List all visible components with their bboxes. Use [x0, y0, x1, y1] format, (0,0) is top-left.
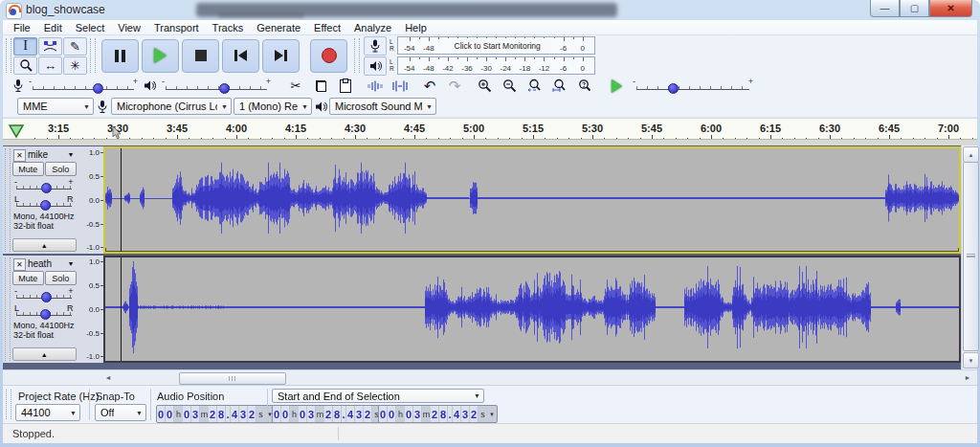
track-mike-menu[interactable]: mike ▼: [26, 149, 77, 160]
pause-button[interactable]: [101, 39, 139, 73]
redo-button[interactable]: ↷: [442, 76, 467, 96]
quick-play-button[interactable]: [7, 123, 26, 140]
trim-audio-button[interactable]: [363, 76, 388, 96]
playback-meter[interactable]: LR -54-48-42-36-30-24-18-12-60: [364, 56, 595, 75]
recording-volume-slider[interactable]: - +: [27, 78, 140, 94]
play-button[interactable]: [142, 39, 179, 73]
track-mike-waveform[interactable]: [105, 148, 959, 248]
track-mike-pan-slider[interactable]: L R: [14, 195, 74, 211]
zoom-in-button[interactable]: [472, 76, 497, 96]
skip-to-start-button[interactable]: [222, 39, 259, 73]
track-heath-mute-button[interactable]: Mute: [12, 271, 44, 285]
recording-device-dropdown[interactable]: Microphone (Cirrus Logic ▼: [111, 98, 232, 115]
track-heath-vertical-ruler[interactable]: 1.0 0.5 0.0 -0.5 -1.0: [78, 256, 103, 363]
track-heath-gain-slider[interactable]: - +: [14, 287, 74, 302]
menu-tracks[interactable]: Tracks: [206, 21, 251, 34]
zoom-tool-button[interactable]: [13, 56, 37, 75]
minimize-button[interactable]: —: [870, 0, 900, 17]
recording-meter[interactable]: LR -54-48-42-36-30-24-18-12-60Click to S…: [364, 36, 595, 55]
recording-channels-dropdown[interactable]: 1 (Mono) Recor ▼: [234, 98, 312, 115]
selection-toolbar-grip[interactable]: [6, 390, 11, 419]
selection-mode-dropdown[interactable]: Start and End of Selection ▼: [272, 389, 484, 403]
menu-help[interactable]: Help: [398, 21, 434, 34]
audio-host-dropdown[interactable]: MME ▼: [17, 98, 94, 115]
track-mike-gain-slider[interactable]: - +: [14, 178, 74, 193]
menu-effect[interactable]: Effect: [307, 21, 347, 34]
fit-project-button[interactable]: [546, 76, 571, 96]
scroll-down-button[interactable]: ▼: [963, 352, 979, 369]
play-speed-slider[interactable]: - +: [631, 78, 755, 94]
horizontal-scroll-thumb[interactable]: [179, 372, 286, 385]
timeline-ruler[interactable]: 3:153:303:454:004:154:304:455:005:155:30…: [3, 118, 977, 145]
vertical-scrollbar[interactable]: ▲ ▼: [961, 145, 977, 369]
track-heath-waveform[interactable]: [105, 257, 959, 357]
playback-volume-knob[interactable]: [219, 83, 230, 94]
track-mike-mute-button[interactable]: Mute: [12, 162, 44, 176]
playback-volume-slider[interactable]: - +: [160, 78, 273, 94]
track-mike-close-button[interactable]: ✕: [13, 149, 26, 162]
project-rate-dropdown[interactable]: 44100 ▼: [15, 404, 80, 421]
skip-to-end-button[interactable]: [262, 39, 300, 73]
snap-to-dropdown[interactable]: Off ▼: [95, 404, 146, 421]
scroll-up-button[interactable]: ▲: [963, 146, 979, 163]
record-button[interactable]: [310, 39, 347, 73]
paste-button[interactable]: [333, 76, 358, 96]
copy-button[interactable]: [308, 76, 333, 96]
cut-button[interactable]: ✂: [283, 76, 308, 96]
track-mike-solo-button[interactable]: Solo: [45, 162, 77, 176]
vertical-scroll-thumb[interactable]: [963, 162, 979, 351]
menu-generate[interactable]: Generate: [250, 21, 307, 34]
track-heath-collapse-button[interactable]: ▲: [12, 347, 77, 361]
selection-end-field[interactable]: 00h03m28.432s▾: [378, 405, 498, 423]
monitor-label[interactable]: Click to Start Monitoring: [440, 38, 555, 53]
zoom-toggle-button[interactable]: [571, 76, 596, 96]
audio-position-field[interactable]: 00h03m28.432s▾: [156, 405, 276, 423]
playback-meter-speaker-button[interactable]: [364, 56, 387, 76]
close-button[interactable]: ✕: [929, 0, 972, 17]
selection-tool-button[interactable]: I: [13, 37, 37, 56]
play-at-speed-button[interactable]: [607, 78, 626, 95]
stop-button[interactable]: [182, 39, 219, 73]
track-heath-close-button[interactable]: ✕: [13, 258, 26, 271]
recording-meter-mic-button[interactable]: [364, 36, 387, 56]
titlebar[interactable]: blog_showcase — ▢ ✕: [0, 0, 980, 20]
track-mike-gain-knob[interactable]: [41, 183, 52, 193]
recording-meter-scale[interactable]: -54-48-42-36-30-24-18-12-60Click to Star…: [397, 36, 595, 55]
track-heath-waveform-area[interactable]: [103, 256, 961, 363]
menu-select[interactable]: Select: [69, 21, 112, 34]
track-area[interactable]: ✕ mike ▼ Mute Solo - +: [3, 145, 977, 369]
envelope-tool-button[interactable]: [38, 37, 62, 56]
recording-volume-knob[interactable]: [93, 83, 103, 94]
track-mike-pan-knob[interactable]: [40, 200, 51, 211]
menu-file[interactable]: File: [7, 21, 37, 34]
track-mike-collapse-button[interactable]: ▲: [12, 238, 77, 252]
track-heath-solo-button[interactable]: Solo: [45, 271, 77, 285]
menu-analyze[interactable]: Analyze: [347, 21, 398, 34]
undo-button[interactable]: ↶: [417, 76, 442, 96]
scroll-left-button[interactable]: ◄: [100, 371, 116, 384]
playback-meter-scale[interactable]: -54-48-42-36-30-24-18-12-60: [397, 56, 595, 75]
selection-start-field[interactable]: 00h03m28.432s▾: [272, 405, 391, 423]
horizontal-scrollbar[interactable]: ◄ ►: [3, 369, 977, 385]
scroll-right-button[interactable]: ►: [960, 371, 975, 384]
timeshift-tool-button[interactable]: ↔: [38, 56, 62, 75]
zoom-out-button[interactable]: [497, 76, 522, 96]
maximize-button[interactable]: ▢: [900, 0, 929, 17]
transport-toolbar-grip[interactable]: [90, 38, 96, 73]
playback-device-dropdown[interactable]: Microsoft Sound Mapper - ▼: [329, 98, 436, 115]
fit-selection-button[interactable]: [522, 76, 546, 96]
track-heath-pan-knob[interactable]: [40, 309, 51, 320]
track-mike-waveform-area[interactable]: [103, 146, 961, 254]
menu-transport[interactable]: Transport: [147, 21, 206, 34]
menu-edit[interactable]: Edit: [37, 21, 69, 34]
time-field-arrow[interactable]: ▾: [487, 406, 497, 422]
silence-audio-button[interactable]: [388, 76, 412, 96]
play-speed-knob[interactable]: [668, 83, 679, 94]
track-heath-pan-slider[interactable]: L R: [14, 304, 74, 320]
multi-tool-button[interactable]: ✳: [63, 56, 87, 75]
ruler-band[interactable]: 3:153:303:454:004:154:304:455:005:155:30…: [27, 120, 977, 141]
track-heath-menu[interactable]: heath ▼: [26, 258, 77, 269]
draw-tool-button[interactable]: ✎: [63, 37, 87, 56]
meter-toolbar-grip[interactable]: [354, 38, 360, 73]
track-mike-vertical-ruler[interactable]: 1.0 0.5 0.0 -0.5 -1.0: [78, 146, 103, 254]
